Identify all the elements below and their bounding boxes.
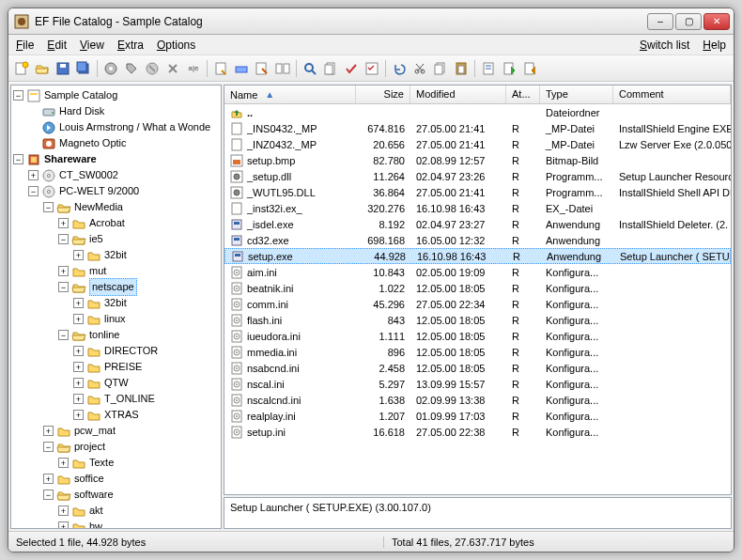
collapse-icon[interactable]: −: [13, 154, 23, 164]
list-row[interactable]: flash.ini84312.05.00 18:05RKonfigura...: [224, 312, 731, 328]
collapse-icon[interactable]: −: [58, 282, 69, 292]
list-row[interactable]: setup.bmp82.78002.08.99 12:57RBitmap-Bil…: [224, 152, 731, 168]
tree-node-acrobat[interactable]: +Acrobat: [13, 215, 219, 231]
tree-node-root[interactable]: −Sample Catalog: [13, 87, 219, 103]
check-list-icon[interactable]: [363, 59, 381, 78]
check-icon[interactable]: [342, 59, 361, 78]
collapse-icon[interactable]: −: [43, 202, 54, 212]
expand-icon[interactable]: +: [73, 394, 84, 404]
save-all-icon[interactable]: [74, 59, 93, 78]
collapse-icon[interactable]: −: [58, 330, 69, 340]
tree-node-software[interactable]: −software: [13, 487, 219, 503]
expand-icon[interactable]: +: [73, 250, 84, 260]
tree-node-ns32bit[interactable]: +32bit: [13, 295, 219, 311]
tag-icon[interactable]: [122, 59, 141, 78]
maximize-button[interactable]: ▢: [675, 13, 702, 30]
collapse-icon[interactable]: −: [58, 234, 69, 244]
list-row[interactable]: setup.exe44.92816.10.98 16:43RAnwendungS…: [224, 248, 731, 264]
menu-options[interactable]: Options: [157, 39, 195, 52]
tree-node-tonline[interactable]: −tonline: [13, 327, 219, 343]
list-row[interactable]: _inst32i.ex_320.27616.10.98 16:43REX_-Da…: [224, 200, 731, 216]
tree-node-director[interactable]: +DIRECTOR: [13, 343, 219, 359]
tree-node-soffice[interactable]: +soffice: [13, 471, 219, 487]
copy-file-icon[interactable]: [321, 59, 340, 78]
col-comment[interactable]: Comment: [613, 86, 731, 103]
col-modified[interactable]: Modified: [410, 86, 506, 103]
tree-node-ct[interactable]: +CT_SW0002: [13, 167, 219, 183]
copy-icon[interactable]: [431, 59, 450, 78]
list-row[interactable]: mmedia.ini89612.05.00 18:05RKonfigura...: [224, 344, 731, 360]
properties-icon[interactable]: [211, 59, 230, 78]
expand-icon[interactable]: +: [73, 362, 84, 372]
col-type[interactable]: Type: [540, 86, 613, 103]
expand-icon[interactable]: +: [73, 346, 84, 356]
edit-sheet-icon[interactable]: [253, 59, 271, 78]
expand-icon[interactable]: +: [73, 378, 84, 388]
tree-node-b32bit[interactable]: +32bit: [13, 247, 219, 263]
open-catalog-icon[interactable]: [33, 59, 52, 78]
menu-help[interactable]: Help: [703, 39, 726, 52]
tree-node-t_online[interactable]: +T_ONLINE: [13, 391, 219, 407]
tree-node-mut[interactable]: +mut: [13, 263, 219, 279]
list-row[interactable]: _isdel.exe8.19202.04.97 23:27RAnwendungI…: [224, 216, 731, 232]
tree-node-project[interactable]: −project: [13, 439, 219, 455]
undo-icon[interactable]: [390, 59, 409, 78]
expand-icon[interactable]: +: [58, 266, 69, 276]
minimize-button[interactable]: –: [647, 13, 673, 30]
col-name[interactable]: Name▲: [224, 86, 356, 103]
paste-icon[interactable]: [452, 59, 471, 78]
rename-icon[interactable]: a|e: [184, 59, 203, 78]
tree-node-louis[interactable]: Louis Armstrong / What a Wonde: [13, 119, 219, 135]
list-row[interactable]: nscal.ini5.29713.09.99 15:57RKonfigura..…: [224, 376, 731, 392]
import-icon[interactable]: [520, 59, 539, 78]
tree-node-magneto[interactable]: Magneto Optic: [13, 135, 219, 151]
expand-icon[interactable]: +: [58, 218, 69, 228]
expand-icon[interactable]: +: [73, 314, 84, 324]
menu-switchlist[interactable]: Switch list: [640, 39, 689, 52]
add-disc-icon[interactable]: [101, 59, 120, 78]
tree-node-shareware[interactable]: −Shareware: [13, 151, 219, 167]
tree-node-akt[interactable]: +akt: [13, 503, 219, 519]
tree-node-texte[interactable]: +Texte: [13, 455, 219, 471]
tree-node-ie5[interactable]: −ie5: [13, 231, 219, 247]
tree-node-pcwelt[interactable]: −PC-WELT 9/2000: [13, 183, 219, 199]
list-row[interactable]: realplay.ini1.20701.09.99 17:03RKonfigur…: [224, 408, 731, 424]
expand-icon[interactable]: +: [43, 426, 54, 436]
save-icon[interactable]: [54, 59, 72, 78]
menu-view[interactable]: View: [80, 39, 104, 52]
list-row[interactable]: _setup.dll11.26402.04.97 23:26RProgramm.…: [224, 168, 731, 184]
collapse-icon[interactable]: −: [43, 442, 54, 452]
list-row[interactable]: nscalcnd.ini1.63802.09.99 13:38RKonfigur…: [224, 392, 731, 408]
list-row[interactable]: iueudora.ini1.11112.05.00 18:05RKonfigur…: [224, 328, 731, 344]
tree-node-netscape[interactable]: −netscape: [13, 279, 219, 295]
list-body[interactable]: ..Dateiordner_INS0432._MP674.81627.05.00…: [224, 104, 731, 494]
collapse-icon[interactable]: −: [13, 90, 23, 101]
tree-node-qtw[interactable]: +QTW: [13, 375, 219, 391]
delete-icon[interactable]: [163, 59, 182, 78]
tree-node-xtras[interactable]: +XTRAS: [13, 407, 219, 423]
collapse-icon[interactable]: −: [28, 186, 39, 196]
tree-node-pcw_mat[interactable]: +pcw_mat: [13, 423, 219, 439]
list-row[interactable]: _WUTL95.DLL36.86427.05.00 21:41RProgramm…: [224, 184, 731, 200]
col-size[interactable]: Size: [356, 86, 410, 103]
tree-node-harddisk[interactable]: Hard Disk: [13, 103, 219, 119]
menu-edit[interactable]: Edit: [47, 39, 67, 52]
tree-pane[interactable]: −Sample CatalogHard DiskLouis Armstrong …: [10, 85, 222, 529]
search-icon[interactable]: [301, 59, 319, 78]
menu-file[interactable]: File: [16, 39, 34, 52]
close-button[interactable]: ✕: [703, 13, 730, 30]
expand-icon[interactable]: +: [43, 474, 54, 484]
tree-node-hw[interactable]: +hw: [13, 519, 219, 529]
compare-icon[interactable]: [273, 59, 292, 78]
list-row-up[interactable]: ..Dateiordner: [224, 104, 731, 120]
list-row[interactable]: cd32.exe698.16816.05.00 12:32RAnwendung: [224, 232, 731, 248]
expand-icon[interactable]: +: [58, 458, 69, 468]
list-row[interactable]: aim.ini10.84302.05.00 19:09RKonfigura...: [224, 264, 731, 280]
report-icon[interactable]: [479, 59, 498, 78]
stop-icon[interactable]: [143, 59, 162, 78]
expand-icon[interactable]: +: [73, 410, 84, 420]
list-row[interactable]: _INZ0432._MP20.65627.05.00 21:41R_MP-Dat…: [224, 136, 731, 152]
menu-extra[interactable]: Extra: [117, 39, 144, 52]
export-icon[interactable]: [500, 59, 518, 78]
list-row[interactable]: _INS0432._MP674.81627.05.00 21:41R_MP-Da…: [224, 120, 731, 136]
